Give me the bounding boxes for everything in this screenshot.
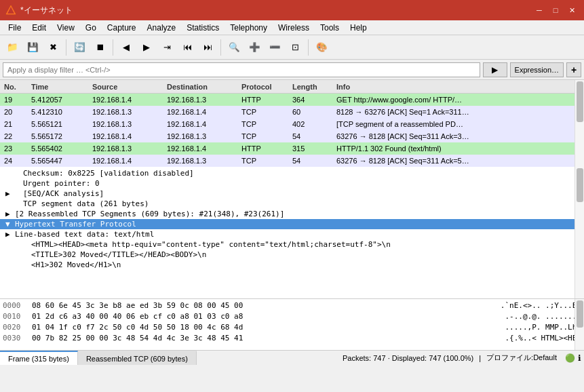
- packet-list-scrollbar[interactable]: [575, 80, 584, 167]
- hex-scroll-thumb[interactable]: [577, 300, 583, 328]
- toolbar-fwd-btn[interactable]: ▶: [137, 38, 156, 57]
- details-scrollbar[interactable]: [575, 167, 584, 298]
- list-item[interactable]: Urgent pointer: 0: [0, 178, 584, 189]
- hex-ascii: .....,P. MMP..LhM: [505, 322, 581, 333]
- detail-text: Checksum: 0x8225 [validation disabled]: [23, 169, 194, 178]
- menu-item-file[interactable]: File: [3, 22, 26, 34]
- expand-icon[interactable]: ▶: [5, 189, 10, 198]
- detail-text: Line-based text data: text/html: [15, 230, 154, 239]
- packet-header-time: Time: [30, 83, 91, 91]
- toolbar-back-btn[interactable]: ◀: [117, 38, 136, 57]
- list-item[interactable]: <HTML><HEAD><meta http-equiv="content-ty…: [0, 239, 584, 250]
- menu-item-capture[interactable]: Capture: [102, 22, 142, 34]
- arrow-icon: ▶: [492, 65, 498, 75]
- hex-ascii: .-..@.@. ........: [505, 311, 581, 322]
- hex-ascii: .{.%..< HTML><HEA: [505, 333, 581, 344]
- status-icons: 🟢 ℹ: [562, 353, 584, 363]
- toolbar-save-btn[interactable]: 💾: [23, 38, 42, 57]
- close-button[interactable]: ✕: [565, 3, 579, 17]
- status-tab[interactable]: Reassembled TCP (609 bytes): [78, 351, 197, 365]
- list-item: 001001 2d c6 a3 40 00 40 06 eb cf c0 a8 …: [3, 311, 581, 322]
- packet-header-info: Info: [335, 83, 581, 91]
- details-pane: Checksum: 0x8225 [validation disabled]Ur…: [0, 167, 584, 299]
- toolbar-zoom-in-btn[interactable]: ➕: [245, 38, 264, 57]
- expand-icon[interactable]: ▶: [5, 230, 10, 239]
- list-item[interactable]: <TITLE>302 Moved</TITLE></HEAD><BODY>\n: [0, 250, 584, 260]
- expand-icon[interactable]: ▶: [5, 210, 10, 218]
- list-item[interactable]: ▶[SEQ/ACK analysis]: [0, 189, 584, 199]
- packet-header-source: Source: [91, 83, 166, 91]
- toolbar-reload-btn[interactable]: 🔄: [70, 38, 89, 57]
- status-tab[interactable]: Frame (315 bytes): [0, 351, 78, 365]
- hex-ascii: .`nE.<>.. .;Y...E.: [501, 300, 581, 311]
- expand-icon[interactable]: ▼: [5, 220, 10, 229]
- window-title: *イーサネット: [20, 5, 73, 16]
- toolbar-sep-4: [308, 39, 309, 56]
- hex-scrollbar[interactable]: [575, 299, 584, 350]
- titlebar-controls: ─ □ ✕: [532, 3, 579, 17]
- toolbar-zoom-out-btn[interactable]: ➖: [265, 38, 284, 57]
- toolbar-sep-2: [113, 39, 113, 56]
- toolbar-first-btn[interactable]: ⏮: [178, 38, 197, 57]
- titlebar: *イーサネット ─ □ ✕: [0, 0, 584, 20]
- maximize-button[interactable]: □: [549, 3, 562, 17]
- menu-item-telephony[interactable]: Telephony: [225, 22, 273, 34]
- list-item: 002001 04 1f c0 f7 2c 50 c0 4d 50 50 18 …: [3, 322, 581, 333]
- profile-text: プロファイル:Default: [486, 353, 557, 363]
- list-item[interactable]: ▶[2 Reassembled TCP Segments (609 bytes)…: [0, 209, 584, 219]
- hex-offset: 0020: [3, 322, 26, 333]
- toolbar-zoom-btn[interactable]: 🔍: [225, 38, 244, 57]
- menu-item-help[interactable]: Help: [345, 22, 372, 34]
- menu-item-wireless[interactable]: Wireless: [273, 22, 315, 34]
- toolbar-open-btn[interactable]: 📁: [3, 38, 22, 57]
- hex-pane: 000008 60 6e 45 3c 3e b8 ae ed 3b 59 0c …: [0, 299, 584, 350]
- table-row[interactable]: 225.565172192.168.1.4192.168.1.3TCP54632…: [0, 130, 584, 142]
- packet-header-no: No.: [3, 83, 30, 91]
- packet-list-header: No.TimeSourceDestinationProtocolLengthIn…: [0, 80, 584, 94]
- menu-item-edit[interactable]: Edit: [26, 22, 52, 34]
- status-separator: |: [479, 354, 481, 362]
- toolbar-close-btn[interactable]: ✖: [43, 38, 62, 57]
- list-item[interactable]: ▶Line-based text data: text/html: [0, 229, 584, 239]
- detail-text: Urgent pointer: 0: [23, 179, 100, 188]
- table-row[interactable]: 235.565402192.168.1.3192.168.1.4HTTP315H…: [0, 142, 584, 155]
- menu-item-go[interactable]: Go: [80, 22, 102, 34]
- hex-bytes: 08 60 6e 45 3c 3e b8 ae ed 3b 59 0c 08 0…: [32, 300, 495, 311]
- toolbar-stop-btn[interactable]: ⏹: [90, 38, 109, 57]
- table-row[interactable]: 205.412310192.168.1.3192.168.1.4TCP60812…: [0, 106, 584, 118]
- hex-bytes: 01 04 1f c0 f7 2c 50 c0 4d 50 50 18 00 4…: [32, 322, 499, 333]
- list-item[interactable]: TCP segment data (261 bytes): [0, 199, 584, 209]
- table-row[interactable]: 215.565121192.168.1.3192.168.1.4TCP402[T…: [0, 118, 584, 130]
- toolbar-sep-1: [66, 39, 66, 56]
- list-item[interactable]: <H1>302 Moved</H1>\n: [0, 260, 584, 270]
- minimize-button[interactable]: ─: [532, 3, 546, 17]
- add-filter-button[interactable]: +: [566, 62, 581, 77]
- hex-offset: 0030: [3, 333, 26, 344]
- list-item[interactable]: ▼Hypertext Transfer Protocol: [0, 219, 584, 229]
- table-row[interactable]: 245.565447192.168.1.4192.168.1.3TCP54632…: [0, 155, 584, 167]
- detail-rows: Checksum: 0x8225 [validation disabled]Ur…: [0, 168, 584, 270]
- hex-bytes: 01 2d c6 a3 40 00 40 06 eb cf c0 a8 01 0…: [32, 311, 499, 322]
- details-scroll-thumb[interactable]: [577, 168, 583, 202]
- expression-button[interactable]: Expression…: [510, 62, 564, 77]
- list-item[interactable]: Checksum: 0x8225 [validation disabled]: [0, 168, 584, 178]
- table-row[interactable]: 195.412057192.168.1.4192.168.1.3HTTP364G…: [0, 94, 584, 106]
- filter-apply-button[interactable]: ▶: [483, 62, 507, 77]
- menu-item-statistics[interactable]: Statistics: [181, 22, 225, 34]
- hex-offset: 0010: [3, 311, 26, 322]
- toolbar-fit-btn[interactable]: ⊡: [286, 38, 305, 57]
- toolbar-jump-btn[interactable]: ⇥: [157, 38, 176, 57]
- toolbar-sep-3: [220, 39, 221, 56]
- packet-list-scroll-thumb[interactable]: [577, 81, 583, 122]
- menu-item-tools[interactable]: Tools: [315, 22, 345, 34]
- toolbar-last-btn[interactable]: ⏭: [198, 38, 217, 57]
- menu-item-view[interactable]: View: [52, 22, 80, 34]
- filter-input[interactable]: [3, 62, 480, 77]
- detail-text: [SEQ/ACK analysis]: [23, 189, 104, 198]
- menubar: FileEditViewGoCaptureAnalyzeStatisticsTe…: [0, 20, 584, 35]
- toolbar-coloring-btn[interactable]: 🎨: [312, 38, 331, 57]
- app-icon: [5, 5, 16, 16]
- menu-item-analyze[interactable]: Analyze: [142, 22, 182, 34]
- packet-count-text: Packets: 747 · Displayed: 747 (100.0%): [343, 354, 473, 362]
- packet-list-pane: No.TimeSourceDestinationProtocolLengthIn…: [0, 80, 584, 167]
